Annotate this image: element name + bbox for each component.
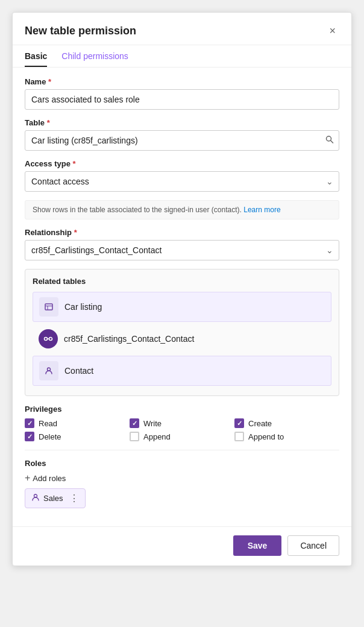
name-group: Name *: [25, 77, 339, 110]
related-tables-title: Related tables: [33, 277, 331, 286]
relationship-select[interactable]: cr85f_Carlistings_Contact_Contact: [25, 240, 339, 260]
role-sales-label: Sales: [43, 494, 63, 503]
relationship-table-label: cr85f_Carlistings_Contact_Contact: [64, 334, 194, 344]
role-person-icon: [31, 493, 40, 503]
close-button[interactable]: ×: [325, 24, 339, 39]
related-table-relationship: cr85f_Carlistings_Contact_Contact: [33, 324, 331, 353]
related-tables-box: Related tables Car listing: [25, 269, 339, 396]
relationship-label: Relationship *: [25, 228, 339, 237]
access-type-group: Access type * Contact access ⌄: [25, 159, 339, 192]
modal: New table permission × Basic Child permi…: [12, 12, 352, 566]
write-label: Write: [143, 419, 162, 428]
access-type-info: Show rows in the table associated to the…: [25, 200, 339, 219]
modal-body: Name * Table *: [13, 68, 351, 526]
svg-rect-2: [45, 304, 52, 310]
modal-title: New table permission: [25, 25, 136, 37]
table-group: Table *: [25, 118, 339, 151]
role-chip-sales: Sales ⋮: [25, 488, 86, 508]
learn-more-link[interactable]: Learn more: [243, 206, 280, 214]
add-roles-plus-icon: +: [25, 473, 30, 484]
create-label: Create: [248, 419, 272, 428]
role-menu-icon[interactable]: ⋮: [69, 493, 79, 504]
privilege-delete: Delete: [25, 432, 130, 441]
relationship-group: Relationship * cr85f_Carlistings_Contact…: [25, 228, 339, 260]
tab-child-permissions[interactable]: Child permissions: [61, 45, 128, 67]
relationship-icon: [39, 329, 58, 348]
contact-label: Contact: [64, 366, 93, 376]
privileges-section: Privileges Read Write Create Delete: [25, 405, 339, 441]
access-type-select[interactable]: Contact access: [25, 171, 339, 192]
append-checkbox[interactable]: [130, 432, 139, 441]
table-label: Table *: [25, 118, 339, 127]
privilege-append-to: Append to: [234, 432, 339, 441]
tab-bar: Basic Child permissions: [13, 45, 351, 68]
name-required: *: [48, 77, 51, 86]
svg-line-1: [331, 140, 333, 143]
cancel-button[interactable]: Cancel: [287, 535, 339, 556]
svg-point-9: [34, 494, 37, 497]
privilege-create: Create: [234, 418, 339, 428]
contact-icon: [39, 361, 58, 380]
delete-label: Delete: [39, 432, 61, 441]
car-listing-table-icon: [39, 297, 58, 317]
privileges-grid: Read Write Create Delete Append: [25, 418, 339, 441]
name-label: Name *: [25, 77, 339, 86]
divider: [25, 450, 339, 450]
svg-point-6: [49, 338, 52, 341]
delete-checkbox[interactable]: [25, 432, 34, 441]
append-to-checkbox[interactable]: [234, 432, 244, 441]
svg-point-5: [45, 338, 48, 341]
modal-header: New table permission ×: [13, 13, 351, 45]
privilege-read: Read: [25, 418, 130, 428]
privileges-title: Privileges: [25, 405, 339, 414]
related-table-contact: Contact: [33, 356, 331, 386]
access-type-required: *: [73, 159, 76, 168]
table-search-icon[interactable]: [325, 135, 334, 147]
privilege-write: Write: [130, 418, 234, 428]
add-roles-label: Add roles: [33, 474, 66, 483]
relationship-select-wrapper: cr85f_Carlistings_Contact_Contact ⌄: [25, 240, 339, 260]
related-table-car-listing: Car listing: [33, 292, 331, 322]
table-input-wrapper: [25, 130, 339, 151]
tab-basic[interactable]: Basic: [25, 45, 47, 67]
append-to-label: Append to: [248, 432, 284, 441]
modal-footer: Save Cancel: [13, 526, 351, 566]
append-label: Append: [143, 432, 171, 441]
access-type-select-wrapper: Contact access ⌄: [25, 171, 339, 192]
car-listing-label: Car listing: [64, 302, 102, 312]
create-checkbox[interactable]: [234, 418, 244, 428]
roles-section: Roles + Add roles Sales ⋮: [25, 459, 339, 508]
read-checkbox[interactable]: [25, 418, 34, 428]
table-input[interactable]: [25, 130, 339, 151]
write-checkbox[interactable]: [130, 418, 139, 428]
read-label: Read: [39, 419, 57, 428]
relationship-required: *: [74, 228, 77, 237]
name-input[interactable]: [25, 89, 339, 110]
privilege-append: Append: [130, 432, 234, 441]
add-roles-button[interactable]: + Add roles: [25, 473, 66, 484]
roles-list: Sales ⋮: [25, 488, 339, 508]
roles-title: Roles: [25, 459, 339, 468]
table-required: *: [47, 118, 50, 127]
access-type-label: Access type *: [25, 159, 339, 168]
save-button[interactable]: Save: [233, 535, 282, 556]
